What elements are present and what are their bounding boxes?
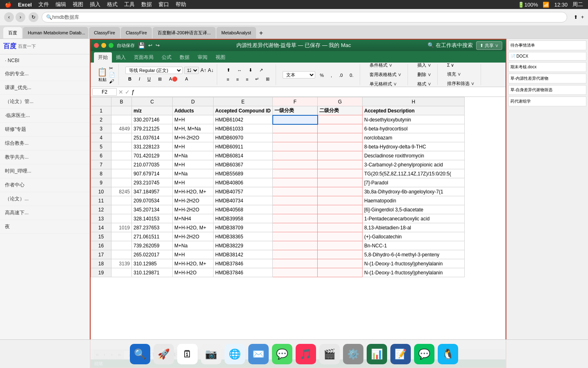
cell-b[interactable] (111, 178, 132, 187)
cell-g[interactable] (318, 169, 363, 178)
cell-e[interactable]: HMDB38365 (214, 232, 273, 241)
url-text[interactable]: hmdb数据库 (52, 14, 79, 21)
cell-e[interactable]: HMDB60367 (214, 160, 273, 169)
back-button[interactable]: ‹ (4, 12, 14, 22)
cell-h[interactable]: 6-beta-hydrocortisol (363, 124, 465, 133)
formula-input[interactable] (136, 88, 504, 96)
col-header-c[interactable]: C (132, 97, 173, 106)
cell-b[interactable] (111, 250, 132, 259)
fill-color-button[interactable]: A🔴 (166, 75, 180, 83)
ribbon-tab-data[interactable]: 数据 (176, 52, 194, 63)
panel-docx2[interactable]: 期末考核.docx (508, 62, 586, 72)
cell-f[interactable] (273, 124, 318, 133)
cell-d[interactable]: M+H-H2O (173, 268, 214, 277)
cell-g[interactable] (318, 268, 363, 277)
rotate-text-button[interactable]: ↗ (256, 66, 266, 74)
align-left-button[interactable]: ≡ (224, 75, 232, 83)
cell-c[interactable]: 209.070534 (132, 196, 173, 205)
italic-button[interactable]: I (136, 75, 143, 83)
cell-b[interactable] (111, 232, 132, 241)
cell-c[interactable]: m/z (132, 106, 173, 115)
cell-c[interactable]: 701.420129 (132, 151, 173, 160)
cell-d[interactable]: M+H-H2O, M+ (173, 259, 214, 268)
tab-classyfire1[interactable]: ClassyFire (89, 27, 120, 38)
panel-metabolites2[interactable]: 草-自身差异代谢物筛选 (508, 85, 586, 95)
cell-f[interactable] (273, 133, 318, 142)
cut-icon[interactable]: ✂ (109, 65, 115, 71)
cell-b[interactable] (111, 133, 132, 142)
cell-b[interactable]: 1019 (111, 223, 132, 232)
percent-button[interactable]: % (317, 72, 327, 79)
cell-f[interactable] (273, 142, 318, 151)
address-bar[interactable]: 🔍 hmdb数据库 (42, 12, 567, 22)
cell-b[interactable]: 8245 (111, 187, 132, 196)
cell-h[interactable]: 5,8-Dihydro-6-(4-methyl-3-penteny (363, 250, 465, 259)
table-format-button[interactable]: 套用表格格式 ∨ (367, 70, 404, 79)
dock-safari[interactable]: 🌐 (225, 344, 245, 364)
menu-edit[interactable]: 编辑 (56, 1, 66, 8)
menu-tools[interactable]: 工具 (124, 1, 135, 8)
cell-g[interactable] (318, 133, 363, 142)
cell-c[interactable]: 293.210745 (132, 178, 173, 187)
sidebar-item-4[interactable]: ·临床医生... (0, 109, 89, 123)
cell-f[interactable] (273, 196, 318, 205)
cell-h[interactable]: Accepted Description (363, 106, 465, 115)
cell-c[interactable]: 251.037614 (132, 133, 173, 142)
menu-format[interactable]: 格式 (107, 1, 118, 8)
cell-g[interactable] (318, 223, 363, 232)
forward-button[interactable]: › (16, 12, 25, 22)
dock-wechat[interactable]: 💬 (414, 344, 434, 364)
sidebar-item-10[interactable]: （论文）... (0, 192, 89, 206)
cell-f[interactable] (273, 241, 318, 250)
dock-systemprefs[interactable]: ⚙️ (343, 344, 363, 364)
cell-e[interactable]: HMDB38229 (214, 241, 273, 250)
cell-g[interactable] (318, 187, 363, 196)
tab-translate[interactable]: 百度翻译-200种语言互译... (153, 27, 216, 38)
panel-pharmacology[interactable]: 药代谢组学 (508, 96, 586, 106)
col-header-b[interactable]: B (111, 97, 132, 106)
dock-calendar[interactable]: 🗓 (177, 344, 198, 364)
cell-e[interactable]: HMDB60814 (214, 151, 273, 160)
cell-ref-box[interactable]: F2 (92, 88, 117, 96)
col-header-d[interactable]: D (173, 97, 214, 106)
cell-g[interactable] (318, 214, 363, 223)
bold-button[interactable]: B (125, 75, 134, 83)
cell-b[interactable] (111, 169, 132, 178)
cell-g[interactable] (318, 241, 363, 250)
cell-c[interactable]: 331.228123 (132, 142, 173, 151)
conditional-format-button[interactable]: 条件格式 ∨ (367, 61, 404, 70)
cell-f[interactable] (273, 178, 318, 187)
col-header-g[interactable]: G (318, 97, 363, 106)
sort-filter-button[interactable]: 排序和筛选 ∨ (444, 79, 477, 88)
cell-e[interactable]: HMDB40757 (214, 187, 273, 196)
cell-f[interactable] (273, 151, 318, 160)
cell-b[interactable] (111, 205, 132, 214)
col-header-h[interactable]: H (363, 97, 465, 106)
align-top-button[interactable]: ⬆ (224, 66, 233, 74)
save-icon[interactable]: 💾 (138, 42, 145, 49)
cell-b[interactable] (111, 196, 132, 205)
cell-d[interactable]: M+Na (173, 169, 214, 178)
cell-c[interactable]: 345.207134 (132, 205, 173, 214)
cell-c[interactable]: 265.022017 (132, 250, 173, 259)
font-size-select[interactable]: 12 (184, 67, 199, 74)
cell-c[interactable]: 347.184957 (132, 187, 173, 196)
cell-g[interactable] (318, 151, 363, 160)
menu-file[interactable]: 文件 (38, 1, 49, 8)
reload-button[interactable]: ↻ (29, 12, 38, 22)
spreadsheet-area[interactable]: B C D E F G H 1m/zAdductsAccepted Compou… (91, 97, 506, 350)
cell-d[interactable]: M+H-2H2O (173, 196, 214, 205)
sidebar-item-3[interactable]: （论文）管... (0, 95, 89, 109)
cell-d[interactable]: M+NH4 (173, 214, 214, 223)
cell-f[interactable] (273, 214, 318, 223)
cell-b[interactable] (111, 142, 132, 151)
cell-g[interactable] (318, 142, 363, 151)
underline-button[interactable]: U (145, 75, 154, 83)
merge-button[interactable]: ⊞ (263, 75, 272, 83)
sidebar-item-1[interactable]: 你的专业... (0, 67, 89, 81)
cell-g[interactable] (318, 115, 363, 124)
cell-e[interactable]: HMDB40806 (214, 178, 273, 187)
cell-e[interactable]: HMDB40568 (214, 205, 273, 214)
cell-f[interactable] (273, 187, 318, 196)
cell-g[interactable] (318, 250, 363, 259)
